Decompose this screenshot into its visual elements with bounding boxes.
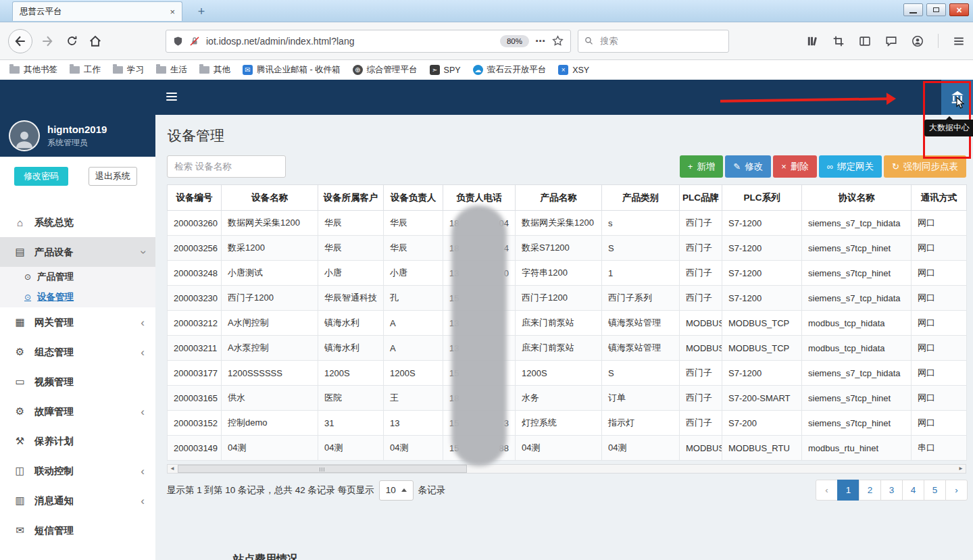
bookmark-item[interactable]: 学习 (113, 64, 144, 76)
table-row[interactable]: 200003260数据网关采集1200华辰华辰1804数据网关采集1200s西门… (168, 211, 967, 236)
sidebar-subitem-label: 设备管理 (37, 291, 74, 303)
app-topnav (0, 80, 973, 115)
cell-plc_brand: MODBUS (680, 436, 722, 461)
cell-id: 200003212 (168, 311, 222, 336)
cell-protocol: siemens_s7_tcp_hidata (802, 211, 912, 236)
column-header[interactable]: 设备所属客户 (318, 185, 384, 211)
table-row[interactable]: 2000031771200SSSSSS1200S1200S151200SS西门子… (168, 361, 967, 386)
url-bar[interactable]: iot.idosp.net/admin/index.html?lang 80% … (166, 30, 571, 53)
scroll-left-icon[interactable]: ◄ (168, 466, 177, 472)
crop-icon[interactable] (832, 35, 845, 47)
horizontal-scrollbar[interactable]: ◄ ► (167, 464, 966, 474)
cell-category: s (602, 211, 680, 236)
back-button[interactable] (8, 29, 32, 53)
browser-search-input[interactable] (599, 35, 722, 47)
page-size-select[interactable]: 10 (379, 480, 414, 501)
column-header[interactable]: 设备负责人 (384, 185, 443, 211)
folder-icon (70, 66, 80, 74)
cell-customer: 04测 (318, 436, 384, 461)
bookmark-item[interactable]: 工作 (70, 64, 101, 76)
cell-owner: 孔 (384, 286, 443, 311)
bookmark-item[interactable]: 生活 (156, 64, 187, 76)
column-header[interactable]: 产品名称 (516, 185, 602, 211)
add-button[interactable]: +新增 (680, 155, 724, 178)
sidebar-toggle-icon[interactable] (859, 35, 871, 47)
browser-search-bar[interactable] (578, 30, 729, 53)
zoom-indicator[interactable]: 80% (500, 35, 529, 47)
menu-icon[interactable] (953, 35, 965, 47)
window-controls: × (903, 3, 969, 16)
column-header[interactable]: 协议名称 (802, 185, 912, 211)
next-page-button[interactable]: › (945, 480, 968, 501)
bookmark-item[interactable]: ×XSY (558, 65, 589, 75)
sidebar-item-fault[interactable]: ⚙故障管理‹ (0, 397, 155, 426)
sidebar-item-product-device[interactable]: ▤产品设备‹ (0, 237, 155, 267)
edit-button[interactable]: ✎修改 (725, 155, 771, 178)
home-button[interactable] (86, 35, 105, 47)
table-body: 200003260数据网关采集1200华辰华辰1804数据网关采集1200s西门… (168, 211, 967, 461)
bookmark-item[interactable]: 其他书签 (9, 64, 57, 76)
new-tab-button[interactable]: + (193, 4, 209, 19)
sidebar-item-gateway[interactable]: ▦网关管理‹ (0, 307, 155, 337)
table-row[interactable]: 200003165供水医院王18水务订单西门子S7-200-SMARTsieme… (168, 386, 967, 411)
device-search-input[interactable] (167, 155, 286, 178)
forward-button[interactable] (39, 35, 56, 47)
bookmark-item[interactable]: ➣SPY (430, 65, 461, 75)
page-button-5[interactable]: 5 (924, 480, 946, 501)
page-button-4[interactable]: 4 (902, 480, 924, 501)
table-row[interactable]: 200003248小唐测试小唐小唐130字符串12001西门子S7-1200si… (168, 261, 967, 286)
table-row[interactable]: 200003212A水闸控制镇海水利A13庶来门前泵站镇海泵站管理MODBUSM… (168, 311, 967, 336)
browser-tab[interactable]: 思普云平台 × (12, 1, 182, 21)
sidebar-item-linkage[interactable]: ◫联动控制‹ (0, 456, 155, 486)
chat-icon[interactable] (885, 35, 897, 47)
sidebar-item-overview[interactable]: ⌂系统总览 (0, 207, 155, 237)
column-header[interactable]: 产品类别 (602, 185, 680, 211)
minimize-button[interactable] (903, 3, 923, 16)
restore-button[interactable] (926, 3, 946, 16)
sidebar-toggle-button[interactable] (166, 93, 177, 101)
wrench-icon: ⚒ (14, 435, 26, 447)
cell-product: 西门子1200 (516, 286, 602, 311)
tab-close-icon[interactable]: × (170, 7, 175, 16)
reload-button[interactable] (62, 35, 81, 47)
logout-button[interactable]: 退出系统 (89, 167, 137, 186)
delete-button[interactable]: ×删除 (773, 155, 817, 178)
page-button-2[interactable]: 2 (859, 480, 881, 501)
bookmark-item[interactable]: ⊕综合管理平台 (353, 64, 418, 76)
page-button-1[interactable]: 1 (837, 480, 859, 501)
column-header[interactable]: 设备编号 (168, 185, 222, 211)
sidebar-item-sms[interactable]: ✉短信管理 (0, 515, 155, 545)
sidebar-item-maintenance[interactable]: ⚒保养计划 (0, 426, 155, 456)
sidebar-item-message[interactable]: ▥消息通知‹ (0, 486, 155, 515)
table-row[interactable]: 200003211A水泵控制镇海水利A13庶来门前泵站镇海泵站管理MODBUSM… (168, 336, 967, 361)
scroll-right-icon[interactable]: ► (956, 466, 966, 472)
page-button-3[interactable]: 3 (880, 480, 903, 501)
table-row[interactable]: 200003230西门子1200华辰智通科技孔15西门子1200西门子系列西门子… (168, 286, 967, 311)
bookmark-item[interactable]: 其他 (199, 64, 230, 76)
bookmark-item[interactable]: ☁萤石云开放平台 (473, 64, 547, 76)
column-header[interactable]: 设备名称 (222, 185, 318, 211)
sidebar-subitem[interactable]: ⊙产品管理 (0, 267, 155, 287)
bookmark-item[interactable]: ✉腾讯企业邮箱 - 收件箱 (243, 64, 341, 76)
cell-plc_series: S7-1200 (722, 361, 802, 386)
table-row[interactable]: 20000314904测04测04测158804测04测MODBUSMODBUS… (168, 436, 967, 461)
sidebar-item-config[interactable]: ⚙组态管理‹ (0, 337, 155, 367)
cell-customer: 华辰 (318, 211, 384, 236)
sidebar-subitem[interactable]: ⊙设备管理 (0, 287, 155, 307)
change-password-button[interactable]: 修改密码 (14, 167, 68, 186)
page-actions-icon[interactable]: ⋯ (535, 35, 546, 47)
column-header[interactable]: 通讯方式 (912, 185, 967, 211)
bind-gateway-button[interactable]: ∞绑定网关 (819, 155, 882, 178)
sidebar-item-video[interactable]: ▭视频管理 (0, 367, 155, 397)
bookmark-star-icon[interactable] (552, 35, 564, 47)
table-row[interactable]: 200003152控制demo3113153灯控系统指示灯西门子S7-200si… (168, 411, 967, 436)
column-header[interactable]: PLC系列 (722, 185, 802, 211)
account-icon[interactable] (912, 35, 924, 47)
scrollbar-thumb[interactable] (178, 465, 467, 473)
library-icon[interactable] (806, 35, 818, 47)
table-row[interactable]: 200003256数采1200华辰华辰184数采S71200S西门子S7-120… (168, 236, 967, 261)
cell-plc_series: S7-1200 (722, 261, 802, 286)
prev-page-button[interactable]: ‹ (816, 480, 838, 501)
close-button[interactable]: × (949, 3, 969, 16)
column-header[interactable]: PLC品牌 (680, 185, 722, 211)
